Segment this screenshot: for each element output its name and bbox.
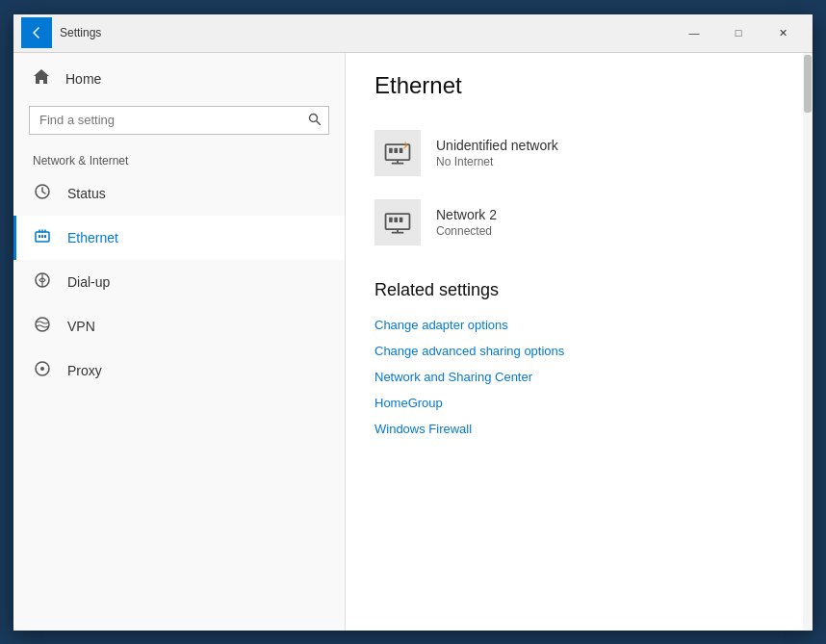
sidebar-item-vpn[interactable]: VPN [13,304,345,348]
homegroup-link[interactable]: HomeGroup [374,390,774,416]
svg-rect-23 [394,217,398,221]
svg-rect-15 [394,147,398,152]
main-layout: Home Network & Internet [13,53,813,631]
network-status-network2: Connected [436,224,497,238]
vpn-icon [33,316,52,337]
svg-text:!: ! [404,140,406,147]
search-box[interactable] [29,106,329,135]
network-item-unidentified[interactable]: ! Unidentified network No Internet [374,118,774,188]
svg-rect-14 [389,147,393,152]
sidebar-ethernet-label: Ethernet [67,230,118,245]
sidebar-home[interactable]: Home [13,53,345,106]
search-input[interactable] [30,107,300,133]
ethernet-icon [33,227,52,248]
sidebar-home-label: Home [65,71,101,87]
network-status-unidentified: No Internet [436,155,558,168]
sidebar-proxy-label: Proxy [67,363,102,378]
title-bar: Settings — □ ✕ [13,14,813,53]
search-icon [300,107,328,134]
related-settings-title: Related settings [374,280,774,300]
firewall-link[interactable]: Windows Firewall [374,416,774,442]
sidebar-item-status[interactable]: Status [13,171,345,216]
network-info-network2: Network 2 Connected [436,207,497,238]
dialup-icon [33,271,52,293]
change-adapter-link[interactable]: Change adapter options [374,312,774,338]
status-icon [33,183,52,204]
network-name-network2: Network 2 [436,207,497,222]
window-title: Settings [60,26,672,39]
network-icon-network2 [374,199,421,245]
sidebar-section-label: Network & Internet [13,146,345,171]
svg-line-1 [317,121,321,125]
svg-point-10 [40,367,44,371]
network-sharing-link[interactable]: Network and Sharing Center [374,364,774,390]
svg-rect-5 [41,235,43,238]
close-button[interactable]: ✕ [761,17,805,48]
settings-window: Settings — □ ✕ Home [13,14,813,631]
home-icon [33,68,50,90]
svg-rect-16 [400,147,403,152]
sidebar-item-dialup[interactable]: Dial-up [13,260,345,304]
svg-rect-6 [44,235,46,238]
svg-rect-24 [400,217,403,221]
scrollbar-track[interactable] [803,53,813,631]
network-info-unidentified: Unidentified network No Internet [436,138,558,168]
network-item-network2[interactable]: Network 2 Connected [374,188,774,257]
back-icon [31,27,42,39]
svg-rect-22 [389,217,393,221]
back-button[interactable] [21,17,52,48]
change-advanced-link[interactable]: Change advanced sharing options [374,338,774,364]
sidebar-status-label: Status [67,186,106,201]
svg-point-0 [310,114,318,121]
sidebar-dialup-label: Dial-up [67,274,110,290]
sidebar-item-proxy[interactable]: Proxy [13,348,345,393]
network-name-unidentified: Unidentified network [436,138,558,153]
sidebar: Home Network & Internet [13,53,346,631]
sidebar-vpn-label: VPN [67,319,95,334]
window-controls: — □ ✕ [672,17,805,48]
proxy-icon [33,360,52,381]
minimize-button[interactable]: — [672,17,716,48]
network-icon-unidentified: ! [374,130,421,176]
scrollbar-thumb[interactable] [804,55,812,113]
maximize-button[interactable]: □ [716,17,761,48]
content-area: Ethernet ! Unidentified [346,53,803,631]
svg-rect-4 [39,235,40,238]
sidebar-item-ethernet[interactable]: Ethernet [13,216,345,260]
page-title: Ethernet [374,72,774,99]
